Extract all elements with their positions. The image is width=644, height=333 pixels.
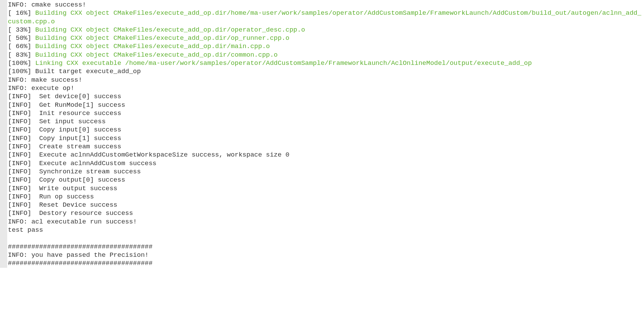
terminal-line: INFO: make success! bbox=[8, 76, 644, 84]
terminal-line: [INFO] Copy output[0] success bbox=[8, 176, 644, 184]
terminal-text-segment: [INFO] Init resource success bbox=[8, 110, 121, 117]
terminal-line: [INFO] Reset Device success bbox=[8, 201, 644, 209]
terminal-text-segment: INFO: make success! bbox=[8, 76, 82, 84]
terminal-line: test pass bbox=[8, 226, 644, 234]
terminal-text-segment: [INFO] Copy input[1] success bbox=[8, 135, 121, 142]
terminal-line: [100%] Built target execute_add_op bbox=[8, 67, 644, 76]
terminal-text-segment: [INFO] Set input success bbox=[8, 118, 106, 125]
terminal-line: [INFO] Synchronize stream success bbox=[8, 168, 644, 176]
terminal-text-segment: INFO: acl executable run success! bbox=[8, 218, 137, 226]
terminal-text-segment: [ 50%] bbox=[8, 34, 35, 42]
terminal-text-segment: [ 66%] bbox=[8, 43, 35, 50]
terminal-text-segment: [ 33%] bbox=[8, 26, 35, 34]
terminal-line: [INFO] Execute aclnnAddCustomGetWorkspac… bbox=[8, 151, 644, 159]
terminal-text-segment: [INFO] Run op success bbox=[8, 193, 94, 200]
terminal-text-segment: INFO: cmake success! bbox=[8, 1, 86, 9]
terminal-text-segment: ##################################### bbox=[8, 243, 153, 251]
terminal-text-segment: [INFO] Reset Device success bbox=[8, 201, 117, 209]
terminal-line: [INFO] Create stream success bbox=[8, 142, 644, 151]
terminal-line: [ 66%] Building CXX object CMakeFiles/ex… bbox=[8, 42, 644, 50]
terminal-text-segment: [INFO] Execute aclnnAddCustomGetWorkspac… bbox=[8, 151, 289, 159]
terminal-text-segment: Building CXX object CMakeFiles/execute_a… bbox=[8, 9, 641, 25]
terminal-text-segment: [INFO] Create stream success bbox=[8, 143, 121, 150]
terminal-text-segment: Building CXX object CMakeFiles/execute_a… bbox=[35, 34, 289, 42]
terminal-text-segment: Building CXX object CMakeFiles/execute_a… bbox=[35, 43, 270, 50]
terminal-text-segment: [100%] bbox=[8, 59, 35, 67]
terminal-text-segment: test pass bbox=[8, 226, 43, 234]
terminal-line: [ 83%] Building CXX object CMakeFiles/ex… bbox=[8, 51, 644, 59]
terminal-text-segment: INFO: you have passed the Precision! bbox=[8, 251, 148, 259]
terminal-text-segment: [INFO] Execute aclnnAddCustom success bbox=[8, 160, 156, 167]
terminal-line: [100%] Linking CXX executable /home/ma-u… bbox=[8, 59, 644, 67]
terminal-text-segment: [INFO] Get RunMode[1] success bbox=[8, 101, 125, 109]
terminal-line: [INFO] Copy input[0] success bbox=[8, 126, 644, 134]
gutter bbox=[0, 0, 7, 268]
terminal-text-segment: [INFO] Copy output[0] success bbox=[8, 176, 125, 184]
terminal-text-segment: [ 83%] bbox=[8, 51, 35, 59]
terminal-line: INFO: you have passed the Precision! bbox=[8, 251, 644, 259]
terminal-text-segment: [100%] Built target execute_add_op bbox=[8, 68, 141, 75]
terminal-line: [ 50%] Building CXX object CMakeFiles/ex… bbox=[8, 34, 644, 42]
terminal-text-segment: [ 16%] bbox=[8, 9, 35, 17]
terminal-text-segment: Linking CXX executable /home/ma-user/wor… bbox=[35, 59, 532, 67]
terminal-line: ##################################### bbox=[8, 259, 644, 267]
terminal-line: [INFO] Write output success bbox=[8, 184, 644, 193]
terminal-text-segment: ##################################### bbox=[8, 260, 153, 267]
terminal-line: ##################################### bbox=[8, 243, 644, 251]
terminal-text-segment: Building CXX object CMakeFiles/execute_a… bbox=[35, 26, 305, 34]
terminal-line bbox=[8, 234, 644, 242]
terminal-text-segment: Building CXX object CMakeFiles/execute_a… bbox=[35, 51, 278, 59]
terminal-line: [INFO] Run op success bbox=[8, 193, 644, 201]
terminal-text-segment: [INFO] Destory resource success bbox=[8, 209, 133, 217]
terminal-output[interactable]: INFO: cmake success![ 16%] Building CXX … bbox=[7, 0, 644, 268]
terminal-line: [ 16%] Building CXX object CMakeFiles/ex… bbox=[8, 9, 644, 26]
terminal-line: INFO: acl executable run success! bbox=[8, 218, 644, 226]
terminal-line: [INFO] Init resource success bbox=[8, 109, 644, 117]
terminal-line: [INFO] Destory resource success bbox=[8, 209, 644, 217]
terminal-line: [INFO] Get RunMode[1] success bbox=[8, 101, 644, 109]
terminal-line: [INFO] Copy input[1] success bbox=[8, 134, 644, 142]
terminal-text-segment: [INFO] Write output success bbox=[8, 185, 117, 192]
terminal-line: [INFO] Set input success bbox=[8, 117, 644, 126]
terminal-line: [INFO] Set device[0] success bbox=[8, 92, 644, 101]
terminal-line: INFO: execute op! bbox=[8, 84, 644, 92]
terminal-text-segment: [INFO] Copy input[0] success bbox=[8, 126, 121, 134]
terminal-text-segment bbox=[8, 234, 12, 242]
terminal-text-segment: [INFO] Synchronize stream success bbox=[8, 168, 141, 175]
terminal-line: [ 33%] Building CXX object CMakeFiles/ex… bbox=[8, 26, 644, 34]
terminal-line: [INFO] Execute aclnnAddCustom success bbox=[8, 159, 644, 168]
terminal-line: INFO: cmake success! bbox=[8, 1, 644, 9]
terminal-text-segment: INFO: execute op! bbox=[8, 84, 74, 92]
terminal-text-segment: [INFO] Set device[0] success bbox=[8, 93, 121, 100]
